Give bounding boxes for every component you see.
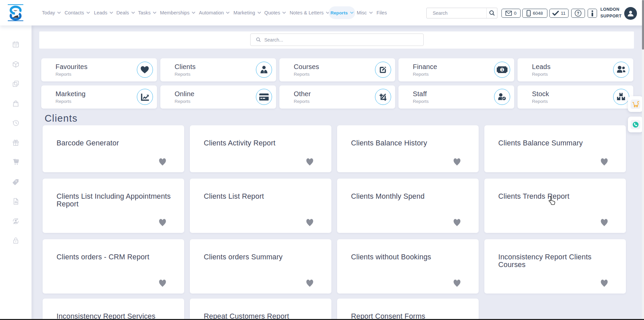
svg-text:?: ?: [577, 11, 579, 16]
svg-text:$: $: [15, 180, 17, 183]
svg-text:1: 1: [501, 68, 503, 72]
svg-text:12: 12: [14, 44, 17, 47]
